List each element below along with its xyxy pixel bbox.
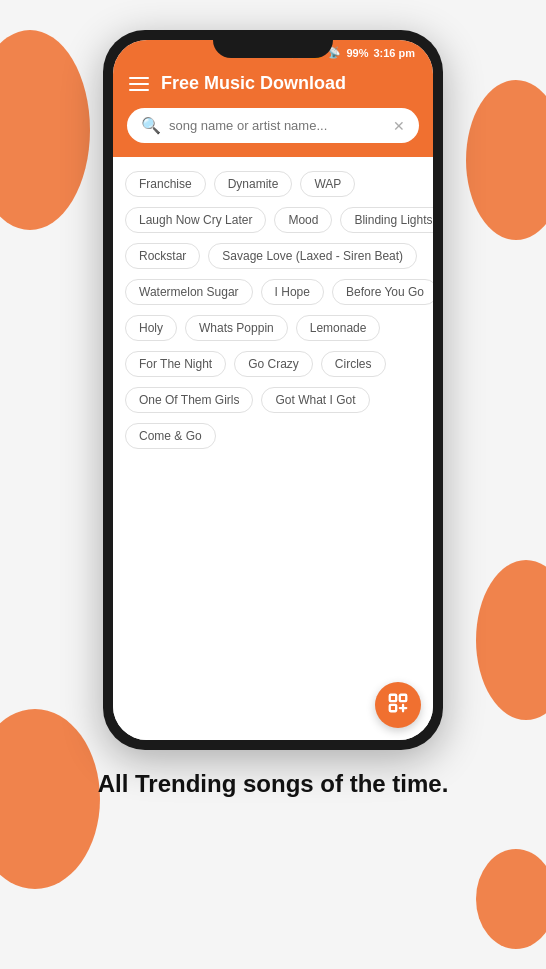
tag-before-you-go[interactable]: Before You Go [332, 279, 433, 305]
tag-for-the-night[interactable]: For The Night [125, 351, 226, 377]
tag-i-hope[interactable]: I Hope [261, 279, 324, 305]
tag-blinding-lights[interactable]: Blinding Lights [340, 207, 433, 233]
tags-area: Franchise Dynamite WAP Laugh Now Cry Lat… [113, 157, 433, 740]
tag-got-what-i-got[interactable]: Got What I Got [261, 387, 369, 413]
phone-mockup: ⏰ 📶 📡 99% 3:16 pm Free Music Download 🔍 … [103, 30, 443, 750]
fab-download-button[interactable] [375, 682, 421, 728]
battery-percentage: 99% [346, 47, 368, 59]
tag-franchise[interactable]: Franchise [125, 171, 206, 197]
download-icon [387, 692, 409, 719]
search-icon: 🔍 [141, 116, 161, 135]
clear-icon[interactable]: ✕ [393, 118, 405, 134]
tags-row-1: Franchise Dynamite WAP [125, 171, 421, 197]
tags-row-4: Watermelon Sugar I Hope Before You Go [125, 279, 421, 305]
svg-rect-2 [390, 704, 396, 710]
blob-bottom-left [0, 709, 100, 889]
blob-bottom-right [476, 849, 546, 949]
search-container: 🔍 ✕ [113, 108, 433, 157]
tags-row-2: Laugh Now Cry Later Mood Blinding Lights [125, 207, 421, 233]
time-display: 3:16 pm [373, 47, 415, 59]
blob-top-left [0, 30, 90, 230]
tag-savage-love[interactable]: Savage Love (Laxed - Siren Beat) [208, 243, 417, 269]
tag-holy[interactable]: Holy [125, 315, 177, 341]
tags-row-7: One Of Them Girls Got What I Got [125, 387, 421, 413]
search-input[interactable] [169, 118, 385, 133]
tag-rockstar[interactable]: Rockstar [125, 243, 200, 269]
tag-laugh-now[interactable]: Laugh Now Cry Later [125, 207, 266, 233]
app-title: Free Music Download [161, 73, 346, 94]
tag-lemonade[interactable]: Lemonade [296, 315, 381, 341]
tag-dynamite[interactable]: Dynamite [214, 171, 293, 197]
tags-row-8: Come & Go [125, 423, 421, 449]
svg-rect-1 [400, 694, 406, 700]
tag-circles[interactable]: Circles [321, 351, 386, 377]
phone-notch [213, 30, 333, 58]
tags-row-6: For The Night Go Crazy Circles [125, 351, 421, 377]
svg-rect-0 [390, 694, 396, 700]
tag-wap[interactable]: WAP [300, 171, 355, 197]
app-header: Free Music Download [113, 65, 433, 108]
tag-mood[interactable]: Mood [274, 207, 332, 233]
blob-top-right [466, 80, 546, 240]
tag-watermelon-sugar[interactable]: Watermelon Sugar [125, 279, 253, 305]
tag-whats-poppin[interactable]: Whats Poppin [185, 315, 288, 341]
blob-mid-right [476, 560, 546, 720]
tag-go-crazy[interactable]: Go Crazy [234, 351, 313, 377]
bottom-text: All Trending songs of the time. [98, 768, 449, 799]
search-bar[interactable]: 🔍 ✕ [127, 108, 419, 143]
tags-row-5: Holy Whats Poppin Lemonade [125, 315, 421, 341]
tag-one-of-them-girls[interactable]: One Of Them Girls [125, 387, 253, 413]
tag-come-and-go[interactable]: Come & Go [125, 423, 216, 449]
tags-row-3: Rockstar Savage Love (Laxed - Siren Beat… [125, 243, 421, 269]
hamburger-button[interactable] [129, 77, 149, 91]
